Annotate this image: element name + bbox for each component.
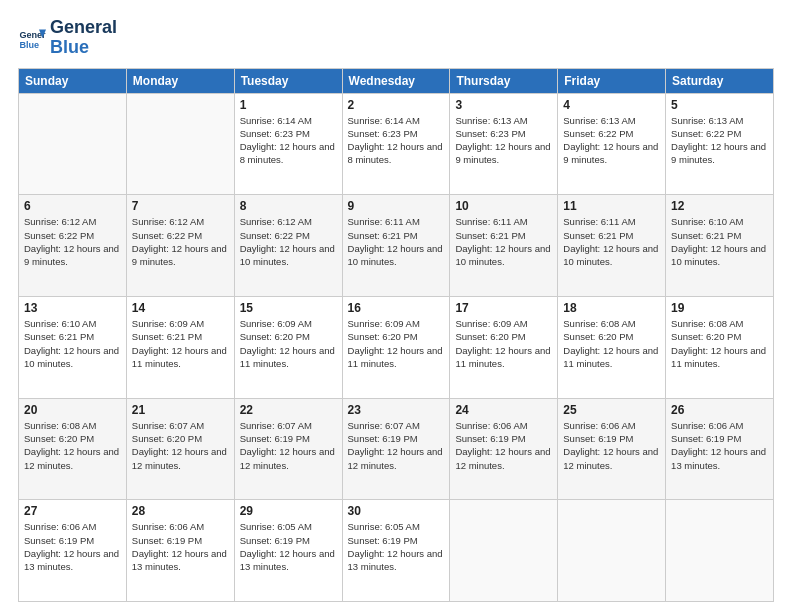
svg-text:Blue: Blue — [19, 40, 39, 50]
day-info: Sunrise: 6:09 AM Sunset: 6:21 PM Dayligh… — [132, 317, 229, 370]
calendar-cell — [450, 500, 558, 602]
day-number: 7 — [132, 199, 229, 213]
calendar-cell: 24Sunrise: 6:06 AM Sunset: 6:19 PM Dayli… — [450, 398, 558, 500]
day-info: Sunrise: 6:06 AM Sunset: 6:19 PM Dayligh… — [563, 419, 660, 472]
day-number: 11 — [563, 199, 660, 213]
day-info: Sunrise: 6:14 AM Sunset: 6:23 PM Dayligh… — [240, 114, 337, 167]
calendar-table: SundayMondayTuesdayWednesdayThursdayFrid… — [18, 68, 774, 602]
calendar-week-row: 1Sunrise: 6:14 AM Sunset: 6:23 PM Daylig… — [19, 93, 774, 195]
day-info: Sunrise: 6:07 AM Sunset: 6:19 PM Dayligh… — [348, 419, 445, 472]
day-info: Sunrise: 6:05 AM Sunset: 6:19 PM Dayligh… — [240, 520, 337, 573]
day-info: Sunrise: 6:06 AM Sunset: 6:19 PM Dayligh… — [671, 419, 768, 472]
day-number: 25 — [563, 403, 660, 417]
logo-text-blue: Blue — [50, 38, 117, 58]
day-info: Sunrise: 6:14 AM Sunset: 6:23 PM Dayligh… — [348, 114, 445, 167]
calendar-cell: 20Sunrise: 6:08 AM Sunset: 6:20 PM Dayli… — [19, 398, 127, 500]
day-number: 8 — [240, 199, 337, 213]
day-info: Sunrise: 6:06 AM Sunset: 6:19 PM Dayligh… — [132, 520, 229, 573]
calendar-cell: 25Sunrise: 6:06 AM Sunset: 6:19 PM Dayli… — [558, 398, 666, 500]
logo-text-general: General — [50, 18, 117, 38]
calendar-cell: 18Sunrise: 6:08 AM Sunset: 6:20 PM Dayli… — [558, 296, 666, 398]
calendar-cell: 22Sunrise: 6:07 AM Sunset: 6:19 PM Dayli… — [234, 398, 342, 500]
day-info: Sunrise: 6:07 AM Sunset: 6:19 PM Dayligh… — [240, 419, 337, 472]
calendar-cell: 16Sunrise: 6:09 AM Sunset: 6:20 PM Dayli… — [342, 296, 450, 398]
day-number: 16 — [348, 301, 445, 315]
day-number: 15 — [240, 301, 337, 315]
calendar-cell: 30Sunrise: 6:05 AM Sunset: 6:19 PM Dayli… — [342, 500, 450, 602]
day-number: 1 — [240, 98, 337, 112]
calendar-header-friday: Friday — [558, 68, 666, 93]
calendar-cell: 6Sunrise: 6:12 AM Sunset: 6:22 PM Daylig… — [19, 195, 127, 297]
day-info: Sunrise: 6:12 AM Sunset: 6:22 PM Dayligh… — [132, 215, 229, 268]
calendar-cell — [558, 500, 666, 602]
calendar-cell: 4Sunrise: 6:13 AM Sunset: 6:22 PM Daylig… — [558, 93, 666, 195]
day-number: 10 — [455, 199, 552, 213]
day-info: Sunrise: 6:11 AM Sunset: 6:21 PM Dayligh… — [348, 215, 445, 268]
calendar-cell: 9Sunrise: 6:11 AM Sunset: 6:21 PM Daylig… — [342, 195, 450, 297]
calendar-cell: 8Sunrise: 6:12 AM Sunset: 6:22 PM Daylig… — [234, 195, 342, 297]
calendar-cell: 15Sunrise: 6:09 AM Sunset: 6:20 PM Dayli… — [234, 296, 342, 398]
calendar-header-saturday: Saturday — [666, 68, 774, 93]
calendar-cell: 14Sunrise: 6:09 AM Sunset: 6:21 PM Dayli… — [126, 296, 234, 398]
calendar-header-wednesday: Wednesday — [342, 68, 450, 93]
calendar-cell: 1Sunrise: 6:14 AM Sunset: 6:23 PM Daylig… — [234, 93, 342, 195]
day-info: Sunrise: 6:09 AM Sunset: 6:20 PM Dayligh… — [455, 317, 552, 370]
calendar-cell: 5Sunrise: 6:13 AM Sunset: 6:22 PM Daylig… — [666, 93, 774, 195]
calendar-cell: 13Sunrise: 6:10 AM Sunset: 6:21 PM Dayli… — [19, 296, 127, 398]
day-info: Sunrise: 6:13 AM Sunset: 6:22 PM Dayligh… — [671, 114, 768, 167]
calendar-cell: 7Sunrise: 6:12 AM Sunset: 6:22 PM Daylig… — [126, 195, 234, 297]
day-number: 26 — [671, 403, 768, 417]
day-info: Sunrise: 6:10 AM Sunset: 6:21 PM Dayligh… — [671, 215, 768, 268]
day-number: 18 — [563, 301, 660, 315]
calendar-cell: 21Sunrise: 6:07 AM Sunset: 6:20 PM Dayli… — [126, 398, 234, 500]
day-info: Sunrise: 6:12 AM Sunset: 6:22 PM Dayligh… — [240, 215, 337, 268]
calendar-week-row: 13Sunrise: 6:10 AM Sunset: 6:21 PM Dayli… — [19, 296, 774, 398]
day-number: 27 — [24, 504, 121, 518]
day-number: 22 — [240, 403, 337, 417]
day-info: Sunrise: 6:08 AM Sunset: 6:20 PM Dayligh… — [671, 317, 768, 370]
calendar-cell: 3Sunrise: 6:13 AM Sunset: 6:23 PM Daylig… — [450, 93, 558, 195]
day-number: 17 — [455, 301, 552, 315]
day-info: Sunrise: 6:13 AM Sunset: 6:22 PM Dayligh… — [563, 114, 660, 167]
calendar-cell: 19Sunrise: 6:08 AM Sunset: 6:20 PM Dayli… — [666, 296, 774, 398]
day-number: 19 — [671, 301, 768, 315]
calendar-header-tuesday: Tuesday — [234, 68, 342, 93]
day-info: Sunrise: 6:06 AM Sunset: 6:19 PM Dayligh… — [24, 520, 121, 573]
calendar-header-sunday: Sunday — [19, 68, 127, 93]
day-info: Sunrise: 6:06 AM Sunset: 6:19 PM Dayligh… — [455, 419, 552, 472]
calendar-week-row: 27Sunrise: 6:06 AM Sunset: 6:19 PM Dayli… — [19, 500, 774, 602]
calendar-cell: 27Sunrise: 6:06 AM Sunset: 6:19 PM Dayli… — [19, 500, 127, 602]
day-number: 5 — [671, 98, 768, 112]
day-number: 4 — [563, 98, 660, 112]
calendar-header-row: SundayMondayTuesdayWednesdayThursdayFrid… — [19, 68, 774, 93]
calendar-cell: 28Sunrise: 6:06 AM Sunset: 6:19 PM Dayli… — [126, 500, 234, 602]
day-info: Sunrise: 6:05 AM Sunset: 6:19 PM Dayligh… — [348, 520, 445, 573]
calendar-cell: 11Sunrise: 6:11 AM Sunset: 6:21 PM Dayli… — [558, 195, 666, 297]
calendar-cell: 2Sunrise: 6:14 AM Sunset: 6:23 PM Daylig… — [342, 93, 450, 195]
day-number: 3 — [455, 98, 552, 112]
day-info: Sunrise: 6:08 AM Sunset: 6:20 PM Dayligh… — [563, 317, 660, 370]
day-number: 21 — [132, 403, 229, 417]
calendar-cell: 12Sunrise: 6:10 AM Sunset: 6:21 PM Dayli… — [666, 195, 774, 297]
day-info: Sunrise: 6:09 AM Sunset: 6:20 PM Dayligh… — [348, 317, 445, 370]
calendar-cell: 10Sunrise: 6:11 AM Sunset: 6:21 PM Dayli… — [450, 195, 558, 297]
day-info: Sunrise: 6:13 AM Sunset: 6:23 PM Dayligh… — [455, 114, 552, 167]
day-number: 6 — [24, 199, 121, 213]
calendar-cell — [126, 93, 234, 195]
calendar-week-row: 6Sunrise: 6:12 AM Sunset: 6:22 PM Daylig… — [19, 195, 774, 297]
day-info: Sunrise: 6:09 AM Sunset: 6:20 PM Dayligh… — [240, 317, 337, 370]
day-number: 24 — [455, 403, 552, 417]
day-number: 12 — [671, 199, 768, 213]
calendar-cell — [19, 93, 127, 195]
calendar-cell: 17Sunrise: 6:09 AM Sunset: 6:20 PM Dayli… — [450, 296, 558, 398]
calendar-cell: 23Sunrise: 6:07 AM Sunset: 6:19 PM Dayli… — [342, 398, 450, 500]
day-info: Sunrise: 6:07 AM Sunset: 6:20 PM Dayligh… — [132, 419, 229, 472]
day-info: Sunrise: 6:11 AM Sunset: 6:21 PM Dayligh… — [563, 215, 660, 268]
day-number: 29 — [240, 504, 337, 518]
calendar-cell — [666, 500, 774, 602]
day-number: 14 — [132, 301, 229, 315]
day-number: 9 — [348, 199, 445, 213]
day-info: Sunrise: 6:12 AM Sunset: 6:22 PM Dayligh… — [24, 215, 121, 268]
day-number: 28 — [132, 504, 229, 518]
day-number: 2 — [348, 98, 445, 112]
